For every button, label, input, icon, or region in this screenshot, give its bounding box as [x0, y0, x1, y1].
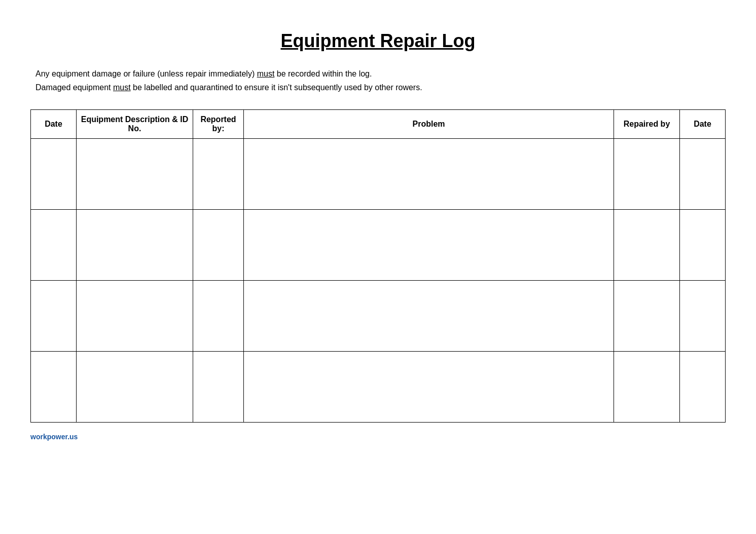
instruction-line1: Any equipment damage or failure (unless …: [35, 69, 372, 78]
cell-date-left-4: [31, 352, 77, 423]
header-equipment: Equipment Description & ID No.: [77, 110, 193, 139]
cell-equipment-2: [77, 210, 193, 281]
repair-log-table: Date Equipment Description & ID No. Repo…: [30, 109, 726, 423]
cell-problem-1: [244, 139, 614, 210]
cell-repaired-1: [614, 139, 680, 210]
cell-reported-1: [193, 139, 244, 210]
cell-date-right-1: [680, 139, 726, 210]
cell-reported-3: [193, 281, 244, 352]
header-problem: Problem: [244, 110, 614, 139]
header-date-right: Date: [680, 110, 726, 139]
cell-reported-2: [193, 210, 244, 281]
cell-equipment-4: [77, 352, 193, 423]
footer-brand: workpower.us: [30, 433, 726, 441]
table-header-row: Date Equipment Description & ID No. Repo…: [31, 110, 726, 139]
cell-problem-2: [244, 210, 614, 281]
cell-equipment-3: [77, 281, 193, 352]
cell-problem-4: [244, 352, 614, 423]
cell-date-left-2: [31, 210, 77, 281]
table-row: [31, 281, 726, 352]
cell-date-right-2: [680, 210, 726, 281]
instructions: Any equipment damage or failure (unless …: [35, 67, 726, 94]
cell-equipment-1: [77, 139, 193, 210]
cell-repaired-2: [614, 210, 680, 281]
cell-date-left-1: [31, 139, 77, 210]
page-title: Equipment Repair Log: [30, 30, 726, 52]
table-row: [31, 210, 726, 281]
header-date-left: Date: [31, 110, 77, 139]
cell-repaired-3: [614, 281, 680, 352]
instruction-line2: Damaged equipment must be labelled and q…: [35, 83, 422, 92]
cell-reported-4: [193, 352, 244, 423]
header-repaired-by: Repaired by: [614, 110, 680, 139]
header-reported-by: Reported by:: [193, 110, 244, 139]
cell-problem-3: [244, 281, 614, 352]
cell-date-right-3: [680, 281, 726, 352]
cell-date-right-4: [680, 352, 726, 423]
cell-repaired-4: [614, 352, 680, 423]
cell-date-left-3: [31, 281, 77, 352]
table-row: [31, 352, 726, 423]
table-row: [31, 139, 726, 210]
